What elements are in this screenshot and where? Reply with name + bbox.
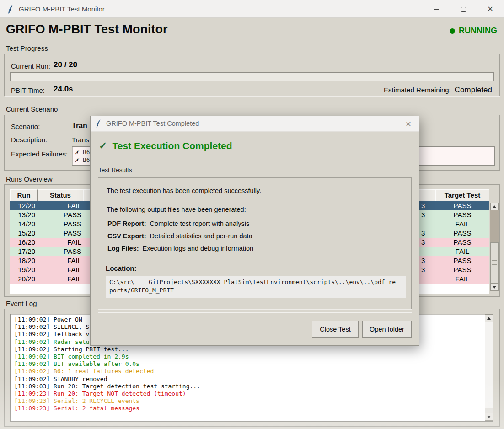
progress-bar xyxy=(10,72,494,81)
current-run-value: 20 / 20 xyxy=(54,60,77,70)
arrow-down-icon xyxy=(493,286,496,289)
arrow-up-icon xyxy=(487,317,491,320)
output-file-desc: Detailed statistics and per-run data xyxy=(150,232,252,240)
log-line: [11:09:02] STANDBY removed xyxy=(14,375,200,383)
cell-target-test: PASS xyxy=(435,265,489,274)
runs-scrollbar[interactable] xyxy=(490,203,499,291)
scroll-up-button[interactable] xyxy=(490,203,499,210)
event-log-label: Event Log xyxy=(6,300,37,307)
cell-run: 19/20 xyxy=(10,265,38,274)
description-label: Description: xyxy=(11,136,47,144)
minimize-icon xyxy=(434,9,439,10)
output-file-desc: Complete test report with analysis xyxy=(150,220,250,227)
log-line: [11:09:23] Serial: 2 RECYCLE events xyxy=(14,397,200,405)
cell-target-test: FAIL xyxy=(435,274,489,284)
cell-status: PASS xyxy=(38,210,83,220)
estimated-remaining-value: Completed xyxy=(455,86,492,95)
log-line: [11:09:02] Starting PBIT test... xyxy=(14,346,200,353)
cell-target-test: PASS xyxy=(435,238,489,247)
scrollbar-trough[interactable] xyxy=(490,210,499,242)
cell-run: 20/20 xyxy=(10,274,38,284)
output-file-row: CSV Export:Detailed statistics and per-r… xyxy=(107,232,253,245)
cell-status: FAIL xyxy=(38,274,83,284)
cell-hidden-value: 3 xyxy=(421,229,425,238)
minimize-button[interactable] xyxy=(426,0,447,18)
pbit-time-value: 24.0s xyxy=(54,85,73,94)
scroll-down-button[interactable] xyxy=(490,283,499,291)
scenario-label: Scenario: xyxy=(11,123,40,130)
cell-status: FAIL xyxy=(38,265,83,274)
cell-run: 17/20 xyxy=(10,247,38,256)
os-titlebar: GRIFO M-PBIT Test Monitor ✕ xyxy=(0,0,504,18)
cell-run: 15/20 xyxy=(10,229,38,238)
cell-target-test: FAIL xyxy=(435,220,489,229)
cell-run: 16/20 xyxy=(10,238,38,247)
log-scrollbar[interactable] xyxy=(485,314,493,421)
output-files-list: PDF Report:Complete test report with ana… xyxy=(107,220,253,257)
status-text: RUNNING xyxy=(459,26,497,36)
arrow-down-icon xyxy=(487,416,491,418)
thumb-grip-icon xyxy=(492,260,497,265)
dialog-titlebar: GRIFO M-PBIT Test Completed ✕ xyxy=(91,116,419,132)
scroll-down-button[interactable] xyxy=(485,413,493,421)
output-file-row: Log Files:Execution logs and debug infor… xyxy=(107,245,253,257)
cell-status: FAIL xyxy=(38,256,83,265)
test-completed-dialog: GRIFO M-PBIT Test Completed ✕ ✓ Test Exe… xyxy=(90,116,419,346)
output-file-label: CSV Export: xyxy=(107,232,146,240)
cell-status: FAIL xyxy=(38,201,83,210)
column-header-target-test[interactable]: Target Test xyxy=(435,189,489,201)
cell-hidden-value: 3 xyxy=(421,265,425,274)
close-icon: ✕ xyxy=(487,5,493,13)
close-icon: ✕ xyxy=(405,120,411,129)
log-line: [11:09:23] Serial: 2 fatal messages xyxy=(14,405,200,412)
close-button[interactable]: ✕ xyxy=(480,0,501,18)
test-results-group: The test execution has been completed su… xyxy=(98,177,412,309)
log-line: [11:09:02] B6: 1 real failures detected xyxy=(14,368,200,375)
log-line: [11:09:03] Run 20: Target detection test… xyxy=(14,383,200,390)
test-results-label: Test Results xyxy=(98,166,132,173)
cell-target-test: PASS xyxy=(435,229,489,238)
estimated-remaining-label: Estimated Remaining: xyxy=(384,86,451,94)
scroll-up-button[interactable] xyxy=(485,314,493,322)
cell-hidden-value: 3 xyxy=(421,256,425,265)
column-header-run[interactable]: Run xyxy=(10,189,38,201)
status-badge: RUNNING xyxy=(450,26,497,36)
scrollbar-thumb[interactable] xyxy=(485,408,493,413)
current-run-label: Current Run: xyxy=(11,62,50,70)
close-test-button[interactable]: Close Test xyxy=(312,321,359,338)
runs-overview-label: Runs Overview xyxy=(6,175,53,183)
dialog-heading-text: Test Execution Completed xyxy=(112,140,232,151)
output-file-label: PDF Report: xyxy=(107,220,146,227)
test-progress-label: Test Progress xyxy=(6,44,48,52)
failure-mark-icon: ✗ xyxy=(75,156,79,163)
scenario-value: Tran xyxy=(72,122,87,130)
python-feather-icon xyxy=(7,4,14,14)
status-dot-icon xyxy=(450,28,455,34)
dialog-close-button[interactable]: ✕ xyxy=(400,116,417,132)
cell-target-test: FAIL xyxy=(435,247,489,256)
failure-mark-icon: ✗ xyxy=(75,149,79,156)
log-line: [11:09:23] Run 20: Target NOT detected (… xyxy=(14,390,200,397)
output-file-label: Log Files: xyxy=(107,245,139,252)
scrollbar-thumb[interactable] xyxy=(490,242,499,283)
arrow-up-icon xyxy=(493,205,496,208)
cell-target-test: PASS xyxy=(435,201,489,210)
app-window: GRIFO M-PBIT Test Monitor ✕ GRIFO M-PBIT… xyxy=(0,0,504,429)
maximize-button[interactable] xyxy=(453,0,474,18)
cell-run: 14/20 xyxy=(10,220,38,229)
python-feather-icon xyxy=(96,119,102,128)
pbit-time-label: PBIT Time: xyxy=(11,86,45,94)
cell-run: 18/20 xyxy=(10,256,38,265)
cell-target-test: PASS xyxy=(435,210,489,220)
description-value: Trans xyxy=(72,136,89,144)
failure-text: B6 xyxy=(83,149,90,156)
cell-status: PASS xyxy=(38,220,83,229)
cell-hidden-value: 3 xyxy=(421,201,425,210)
cell-status: FAIL xyxy=(38,238,83,247)
separator xyxy=(98,312,412,312)
failure-text: B6 xyxy=(83,156,90,163)
page-title: GRIFO M-PBIT Test Monitor xyxy=(6,22,167,37)
column-header-status[interactable]: Status xyxy=(38,189,83,201)
open-folder-button[interactable]: Open folder xyxy=(362,321,412,338)
dialog-files-intro: The following output files have been gen… xyxy=(107,206,246,213)
